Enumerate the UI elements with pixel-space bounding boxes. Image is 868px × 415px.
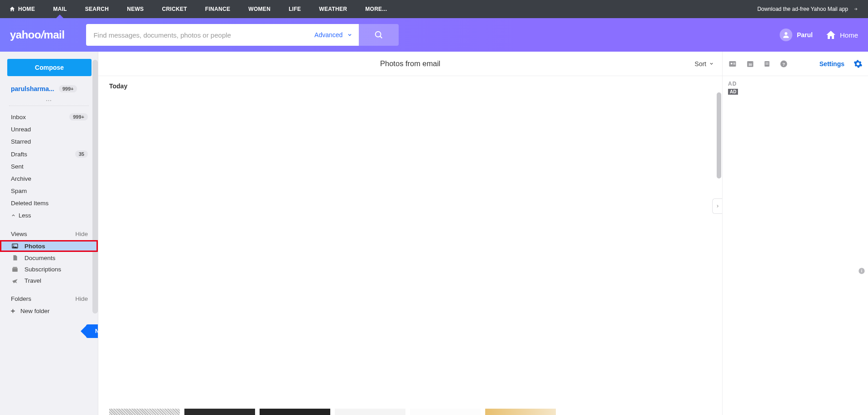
home-link[interactable]: Home: [825, 29, 858, 40]
svg-rect-8: [733, 63, 736, 63]
search-button[interactable]: [359, 24, 399, 46]
folders-header: Folders Hide: [0, 286, 98, 305]
nav-cricket[interactable]: CRICKET: [162, 6, 187, 12]
svg-text:30: 30: [748, 63, 752, 66]
views-hide[interactable]: Hide: [75, 231, 88, 237]
nav-label: SEARCH: [85, 6, 109, 12]
photo-thumbnail[interactable]: [410, 409, 481, 415]
help-icon[interactable]: ?: [780, 60, 788, 68]
folder-label: Sent: [11, 163, 24, 170]
main-area: Photos from email Sort Today: [98, 52, 722, 415]
calendar-icon[interactable]: 30: [746, 60, 754, 68]
view-label: Travel: [24, 277, 41, 284]
view-label: Documents: [24, 255, 55, 261]
nav-search[interactable]: SEARCH: [85, 6, 109, 12]
views-label: Views: [11, 231, 27, 237]
info-icon[interactable]: i: [858, 267, 865, 275]
folder-spam[interactable]: Spam: [0, 185, 98, 197]
view-photos[interactable]: Photos: [0, 240, 98, 252]
photo-thumbnail[interactable]: [335, 409, 405, 415]
nav-label: LIFE: [289, 6, 301, 12]
nav-weather[interactable]: WEATHER: [319, 6, 347, 12]
photo-thumbnail[interactable]: [260, 409, 330, 415]
nav-news[interactable]: NEWS: [127, 6, 144, 12]
nav-mail[interactable]: MAIL: [53, 6, 67, 12]
less-toggle[interactable]: Less: [0, 209, 98, 222]
less-label: Less: [19, 212, 31, 219]
photo-thumbnail[interactable]: [485, 409, 556, 415]
advanced-search-toggle[interactable]: Advanced: [308, 24, 359, 46]
notepad-icon[interactable]: [763, 60, 771, 68]
nav-home[interactable]: HOME: [9, 6, 35, 12]
divider: [9, 106, 89, 106]
view-travel[interactable]: Travel: [0, 275, 98, 286]
folder-archive[interactable]: Archive: [0, 173, 98, 185]
svg-text:?: ?: [782, 61, 785, 66]
photo-icon: [11, 242, 19, 250]
nav-finance[interactable]: FINANCE: [205, 6, 230, 12]
content-area: Today: [98, 76, 722, 415]
chevron-right-icon: [715, 203, 720, 209]
content-scrollbar[interactable]: [717, 92, 721, 179]
folder-label: Deleted Items: [11, 200, 48, 207]
folder-drafts[interactable]: Drafts35: [0, 148, 98, 160]
folder-label: Inbox: [11, 114, 26, 121]
subscription-icon: [11, 266, 19, 273]
svg-point-1: [785, 32, 787, 35]
search-input[interactable]: [86, 24, 308, 46]
yahoo-mail-logo[interactable]: yahoo/mail: [10, 29, 64, 41]
main-header: Photos from email Sort: [98, 52, 722, 76]
nav-home-label: HOME: [18, 6, 35, 12]
compose-button[interactable]: Compose: [7, 59, 92, 76]
photo-thumbnail[interactable]: [109, 409, 180, 415]
nav-label: WEATHER: [319, 6, 347, 12]
folder-label: Unread: [11, 126, 31, 133]
chevron-down-icon: [347, 32, 352, 38]
nav-more[interactable]: MORE...: [365, 6, 387, 12]
account-name: parulsharma...: [11, 85, 54, 92]
nav-label: NEWS: [127, 6, 144, 12]
nav-women[interactable]: WOMEN: [248, 6, 270, 12]
svg-point-7: [731, 63, 733, 64]
folder-starred[interactable]: Starred: [0, 135, 98, 148]
advanced-label: Advanced: [314, 31, 342, 39]
nav-label: CRICKET: [162, 6, 187, 12]
right-column: 30 ? Settings AD AD i: [722, 52, 868, 415]
svg-rect-9: [733, 64, 736, 64]
view-label: Subscriptions: [24, 266, 61, 273]
photo-thumbnail[interactable]: [184, 409, 255, 415]
settings-link[interactable]: Settings: [820, 60, 844, 68]
folder-label: Archive: [11, 175, 31, 182]
gear-icon[interactable]: [854, 59, 863, 68]
logo-yahoo: yahoo: [10, 29, 41, 41]
avatar: [780, 29, 792, 41]
views-header: Views Hide: [0, 222, 98, 240]
ad-label: AD: [728, 81, 863, 87]
top-nav: HOME MAIL SEARCH NEWS CRICKET FINANCE WO…: [0, 0, 868, 18]
sidebar: Compose parulsharma... 999+ ⋯ Inbox999+ …: [0, 52, 98, 415]
folder-badge: 999+: [69, 113, 88, 121]
folder-sent[interactable]: Sent: [0, 160, 98, 173]
nav-life[interactable]: LIFE: [289, 6, 301, 12]
nav-label: WOMEN: [248, 6, 270, 12]
plus-icon: [10, 308, 16, 314]
folder-label: Spam: [11, 188, 27, 194]
expand-panel-button[interactable]: [712, 198, 722, 214]
search-icon: [374, 30, 384, 40]
contacts-icon[interactable]: [728, 60, 737, 68]
account-more[interactable]: ⋯: [0, 97, 98, 104]
nav-label: MORE...: [365, 6, 387, 12]
folder-deleted[interactable]: Deleted Items: [0, 197, 98, 209]
view-subscriptions[interactable]: Subscriptions: [0, 264, 98, 275]
search-bar: Advanced: [86, 24, 399, 46]
view-documents[interactable]: Documents: [0, 252, 98, 264]
folder-inbox[interactable]: Inbox999+: [0, 111, 98, 123]
home-icon: [9, 6, 15, 12]
folder-unread[interactable]: Unread: [0, 123, 98, 135]
download-app-link[interactable]: Download the ad-free Yahoo Mail app: [757, 6, 859, 12]
account-row[interactable]: parulsharma... 999+: [0, 83, 98, 97]
new-folder-button[interactable]: New folder: [0, 305, 98, 317]
sort-button[interactable]: Sort: [694, 60, 714, 68]
user-account[interactable]: Parul: [780, 29, 813, 41]
folders-hide[interactable]: Hide: [75, 295, 88, 302]
